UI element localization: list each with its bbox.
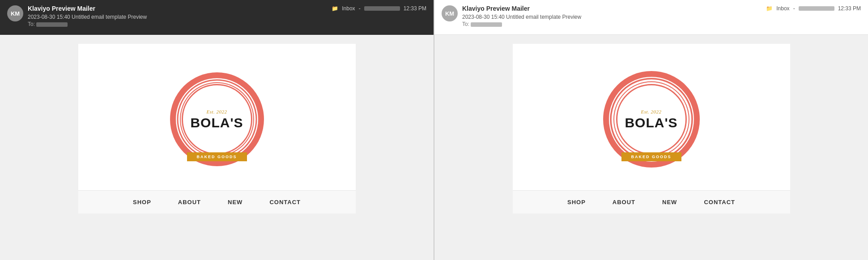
right-email-panel: KM Klaviyo Preview Mailer 2023-08-30 15:… <box>434 0 868 260</box>
inbox-icon-left: 📁 <box>332 5 338 12</box>
right-header-right: 📁 Inbox - 12:33 PM <box>766 5 861 12</box>
right-nav-shop[interactable]: SHOP <box>554 191 599 214</box>
right-avatar: KM <box>442 5 458 21</box>
left-email-header: KM Klaviyo Preview Mailer 2023-08-30 15:… <box>0 0 434 35</box>
left-time: 12:33 PM <box>404 5 426 12</box>
left-inbox-label: Inbox <box>342 5 355 12</box>
right-nav-about[interactable]: ABOUT <box>599 191 649 214</box>
left-subject: 2023-08-30 15:40 Untitled email template… <box>28 13 147 21</box>
left-nav-about[interactable]: ABOUT <box>165 191 214 214</box>
right-nav-contact[interactable]: CONTACT <box>690 191 749 214</box>
left-nav-new[interactable]: NEW <box>214 191 256 214</box>
right-inbox-label: Inbox <box>776 5 789 12</box>
right-time: 12:33 PM <box>838 5 861 12</box>
left-nav-contact[interactable]: CONTACT <box>256 191 314 214</box>
left-to: To: <box>28 21 147 28</box>
left-logo-area: Est. 2022 BOLA'S BAKED GOODS <box>78 44 356 190</box>
right-to: To: <box>462 21 581 28</box>
left-ribbon: BAKED GOODS <box>187 152 247 161</box>
right-ribbon: BAKED GOODS <box>621 152 681 161</box>
inbox-icon-right: 📁 <box>766 5 773 12</box>
left-nav-shop[interactable]: SHOP <box>119 191 165 214</box>
left-badge-logo: Est. 2022 BOLA'S BAKED GOODS <box>168 70 266 168</box>
left-email-body: Est. 2022 BOLA'S BAKED GOODS SHOP ABOUT … <box>0 35 434 260</box>
right-to-redacted <box>471 22 502 27</box>
right-sender: Klaviyo Preview Mailer <box>462 4 581 13</box>
right-badge-center: Est. 2022 BOLA'S BAKED GOODS <box>616 84 687 155</box>
right-header-info: Klaviyo Preview Mailer 2023-08-30 15:40 … <box>462 4 581 28</box>
left-email-partial <box>364 6 400 11</box>
right-badge-logo: Est. 2022 BOLA'S BAKED GOODS <box>602 70 701 168</box>
right-est: Est. 2022 <box>641 109 661 114</box>
left-sender: Klaviyo Preview Mailer <box>28 4 147 13</box>
left-to-redacted <box>36 22 68 27</box>
right-logo-area: Est. 2022 BOLA'S BAKED GOODS <box>513 44 790 190</box>
right-nav-bar: SHOP ABOUT NEW CONTACT <box>513 190 790 214</box>
left-content-card: Est. 2022 BOLA'S BAKED GOODS SHOP ABOUT … <box>78 44 356 214</box>
right-email-partial <box>799 6 834 11</box>
right-subject: 2023-08-30 15:40 Untitled email template… <box>462 13 581 21</box>
left-est: Est. 2022 <box>206 109 227 114</box>
left-badge-center: Est. 2022 BOLA'S BAKED GOODS <box>182 84 252 155</box>
left-avatar: KM <box>7 5 23 21</box>
left-header-info: Klaviyo Preview Mailer 2023-08-30 15:40 … <box>28 4 147 28</box>
right-email-dash: - <box>793 5 795 12</box>
right-bolas: BOLA'S <box>625 116 677 130</box>
right-email-header: KM Klaviyo Preview Mailer 2023-08-30 15:… <box>434 0 868 35</box>
left-header-left: KM Klaviyo Preview Mailer 2023-08-30 15:… <box>7 4 147 28</box>
left-email-panel: KM Klaviyo Preview Mailer 2023-08-30 15:… <box>0 0 434 260</box>
right-content-card: Est. 2022 BOLA'S BAKED GOODS SHOP ABOUT … <box>513 44 790 214</box>
right-nav-new[interactable]: NEW <box>649 191 690 214</box>
right-header-left: KM Klaviyo Preview Mailer 2023-08-30 15:… <box>442 4 581 28</box>
right-email-body: Est. 2022 BOLA'S BAKED GOODS SHOP ABOUT … <box>434 35 868 260</box>
left-header-right: 📁 Inbox - 12:33 PM <box>332 5 426 12</box>
left-nav-bar: SHOP ABOUT NEW CONTACT <box>78 190 356 214</box>
left-bolas: BOLA'S <box>190 116 243 130</box>
left-email-dash: - <box>359 5 361 12</box>
